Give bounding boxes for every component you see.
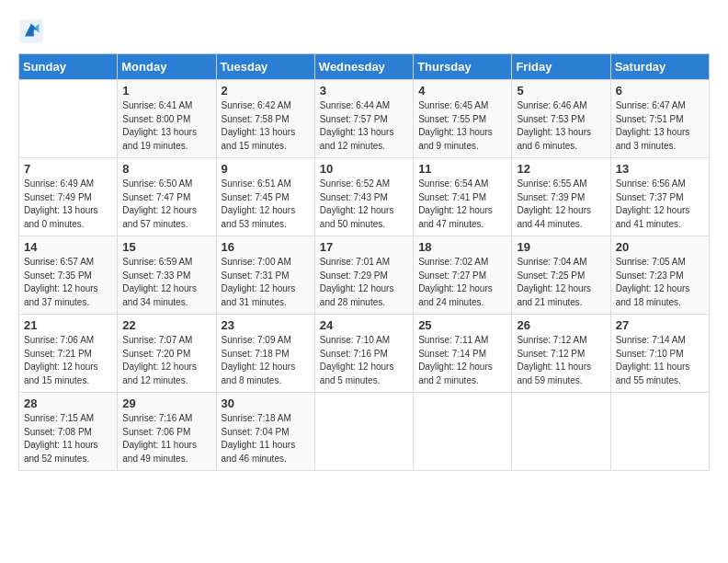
day-info: Sunrise: 6:56 AM Sunset: 7:37 PM Dayligh… — [616, 178, 704, 231]
day-number: 21 — [24, 318, 112, 332]
logo — [18, 18, 48, 44]
header-wednesday: Wednesday — [314, 54, 413, 80]
header-saturday: Saturday — [610, 54, 709, 80]
day-number: 20 — [616, 240, 704, 254]
day-info: Sunrise: 7:06 AM Sunset: 7:21 PM Dayligh… — [24, 334, 112, 387]
day-number: 5 — [517, 84, 605, 98]
day-number: 11 — [418, 162, 506, 176]
day-info: Sunrise: 7:11 AM Sunset: 7:14 PM Dayligh… — [418, 334, 506, 387]
day-info: Sunrise: 6:57 AM Sunset: 7:35 PM Dayligh… — [24, 256, 112, 309]
calendar-cell: 26Sunrise: 7:12 AM Sunset: 7:12 PM Dayli… — [512, 315, 610, 393]
day-info: Sunrise: 6:41 AM Sunset: 8:00 PM Dayligh… — [122, 99, 210, 153]
day-info: Sunrise: 7:01 AM Sunset: 7:29 PM Dayligh… — [320, 256, 408, 309]
day-number: 6 — [616, 84, 704, 98]
day-info: Sunrise: 7:04 AM Sunset: 7:25 PM Dayligh… — [517, 256, 605, 309]
day-info: Sunrise: 7:14 AM Sunset: 7:10 PM Dayligh… — [616, 334, 704, 387]
day-number: 30 — [222, 396, 310, 410]
day-info: Sunrise: 6:50 AM Sunset: 7:47 PM Dayligh… — [122, 178, 210, 231]
calendar-cell: 4Sunrise: 6:45 AM Sunset: 7:55 PM Daylig… — [414, 80, 512, 158]
day-info: Sunrise: 6:49 AM Sunset: 7:49 PM Dayligh… — [24, 178, 112, 231]
calendar-cell: 17Sunrise: 7:01 AM Sunset: 7:29 PM Dayli… — [314, 236, 413, 315]
day-info: Sunrise: 7:10 AM Sunset: 7:16 PM Dayligh… — [320, 334, 408, 387]
day-number: 25 — [418, 318, 506, 332]
page-header — [18, 18, 710, 44]
day-info: Sunrise: 6:51 AM Sunset: 7:45 PM Dayligh… — [222, 178, 310, 231]
day-number: 29 — [122, 396, 210, 410]
calendar-cell — [414, 393, 512, 471]
calendar-cell: 8Sunrise: 6:50 AM Sunset: 7:47 PM Daylig… — [118, 158, 216, 236]
calendar-cell: 11Sunrise: 6:54 AM Sunset: 7:41 PM Dayli… — [414, 158, 512, 236]
day-number: 15 — [122, 240, 210, 254]
calendar-header-row: SundayMondayTuesdayWednesdayThursdayFrid… — [19, 54, 710, 80]
day-number: 2 — [222, 84, 310, 98]
calendar-week-1: 1Sunrise: 6:41 AM Sunset: 8:00 PM Daylig… — [19, 80, 710, 158]
calendar-cell: 7Sunrise: 6:49 AM Sunset: 7:49 PM Daylig… — [19, 158, 118, 236]
calendar-cell: 9Sunrise: 6:51 AM Sunset: 7:45 PM Daylig… — [216, 158, 314, 236]
calendar-week-2: 7Sunrise: 6:49 AM Sunset: 7:49 PM Daylig… — [19, 158, 710, 236]
calendar-cell — [512, 393, 610, 471]
day-info: Sunrise: 7:00 AM Sunset: 7:31 PM Dayligh… — [222, 256, 310, 309]
calendar-cell: 19Sunrise: 7:04 AM Sunset: 7:25 PM Dayli… — [512, 236, 610, 315]
calendar-cell: 20Sunrise: 7:05 AM Sunset: 7:23 PM Dayli… — [610, 236, 709, 315]
calendar-cell: 10Sunrise: 6:52 AM Sunset: 7:43 PM Dayli… — [314, 158, 413, 236]
day-info: Sunrise: 6:46 AM Sunset: 7:53 PM Dayligh… — [517, 99, 605, 153]
day-info: Sunrise: 7:12 AM Sunset: 7:12 PM Dayligh… — [517, 334, 605, 387]
header-thursday: Thursday — [414, 54, 512, 80]
day-number: 22 — [122, 318, 210, 332]
day-number: 28 — [24, 396, 112, 410]
day-number: 26 — [517, 318, 605, 332]
day-info: Sunrise: 7:07 AM Sunset: 7:20 PM Dayligh… — [122, 334, 210, 387]
day-info: Sunrise: 7:02 AM Sunset: 7:27 PM Dayligh… — [418, 256, 506, 309]
calendar-week-5: 28Sunrise: 7:15 AM Sunset: 7:08 PM Dayli… — [19, 393, 710, 471]
day-number: 24 — [320, 318, 408, 332]
day-info: Sunrise: 6:45 AM Sunset: 7:55 PM Dayligh… — [418, 99, 506, 153]
calendar-cell: 28Sunrise: 7:15 AM Sunset: 7:08 PM Dayli… — [19, 393, 118, 471]
calendar-cell: 30Sunrise: 7:18 AM Sunset: 7:04 PM Dayli… — [216, 393, 314, 471]
calendar-cell: 23Sunrise: 7:09 AM Sunset: 7:18 PM Dayli… — [216, 315, 314, 393]
day-number: 10 — [320, 162, 408, 176]
day-number: 3 — [320, 84, 408, 98]
day-number: 13 — [616, 162, 704, 176]
header-tuesday: Tuesday — [216, 54, 314, 80]
calendar-cell: 12Sunrise: 6:55 AM Sunset: 7:39 PM Dayli… — [512, 158, 610, 236]
calendar-cell: 14Sunrise: 6:57 AM Sunset: 7:35 PM Dayli… — [19, 236, 118, 315]
calendar-cell: 24Sunrise: 7:10 AM Sunset: 7:16 PM Dayli… — [314, 315, 413, 393]
calendar-cell: 13Sunrise: 6:56 AM Sunset: 7:37 PM Dayli… — [610, 158, 709, 236]
calendar-cell: 16Sunrise: 7:00 AM Sunset: 7:31 PM Dayli… — [216, 236, 314, 315]
calendar-week-3: 14Sunrise: 6:57 AM Sunset: 7:35 PM Dayli… — [19, 236, 710, 315]
calendar-cell: 3Sunrise: 6:44 AM Sunset: 7:57 PM Daylig… — [314, 80, 413, 158]
day-info: Sunrise: 7:18 AM Sunset: 7:04 PM Dayligh… — [222, 412, 310, 465]
day-info: Sunrise: 6:54 AM Sunset: 7:41 PM Dayligh… — [418, 178, 506, 231]
day-info: Sunrise: 7:05 AM Sunset: 7:23 PM Dayligh… — [616, 256, 704, 309]
day-info: Sunrise: 6:47 AM Sunset: 7:51 PM Dayligh… — [616, 99, 704, 153]
calendar-cell — [610, 393, 709, 471]
calendar-week-4: 21Sunrise: 7:06 AM Sunset: 7:21 PM Dayli… — [19, 315, 710, 393]
header-friday: Friday — [512, 54, 610, 80]
calendar-cell: 29Sunrise: 7:16 AM Sunset: 7:06 PM Dayli… — [118, 393, 216, 471]
day-info: Sunrise: 6:52 AM Sunset: 7:43 PM Dayligh… — [320, 178, 408, 231]
calendar-table: SundayMondayTuesdayWednesdayThursdayFrid… — [18, 53, 710, 471]
day-number: 4 — [418, 84, 506, 98]
header-sunday: Sunday — [19, 54, 118, 80]
logo-icon — [18, 18, 44, 44]
calendar-cell — [314, 393, 413, 471]
day-info: Sunrise: 6:55 AM Sunset: 7:39 PM Dayligh… — [517, 178, 605, 231]
day-info: Sunrise: 6:42 AM Sunset: 7:58 PM Dayligh… — [222, 99, 310, 153]
calendar-cell: 2Sunrise: 6:42 AM Sunset: 7:58 PM Daylig… — [216, 80, 314, 158]
calendar-cell — [19, 80, 118, 158]
calendar-cell: 15Sunrise: 6:59 AM Sunset: 7:33 PM Dayli… — [118, 236, 216, 315]
day-number: 14 — [24, 240, 112, 254]
header-monday: Monday — [118, 54, 216, 80]
day-number: 12 — [517, 162, 605, 176]
day-number: 18 — [418, 240, 506, 254]
day-info: Sunrise: 7:09 AM Sunset: 7:18 PM Dayligh… — [222, 334, 310, 387]
day-info: Sunrise: 7:15 AM Sunset: 7:08 PM Dayligh… — [24, 412, 112, 465]
day-info: Sunrise: 6:44 AM Sunset: 7:57 PM Dayligh… — [320, 99, 408, 153]
day-number: 7 — [24, 162, 112, 176]
day-number: 16 — [222, 240, 310, 254]
day-number: 17 — [320, 240, 408, 254]
day-number: 1 — [122, 84, 210, 98]
calendar-cell: 5Sunrise: 6:46 AM Sunset: 7:53 PM Daylig… — [512, 80, 610, 158]
calendar-cell: 25Sunrise: 7:11 AM Sunset: 7:14 PM Dayli… — [414, 315, 512, 393]
day-number: 19 — [517, 240, 605, 254]
